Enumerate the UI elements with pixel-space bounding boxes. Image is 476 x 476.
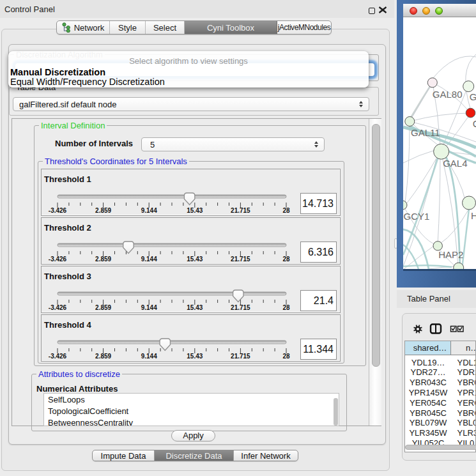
svg-text:15.43: 15.43 [187, 207, 203, 214]
svg-text:9.144: 9.144 [141, 207, 157, 214]
svg-text:-3.426: -3.426 [49, 256, 67, 263]
svg-text:C: C [473, 118, 476, 129]
svg-text:HAP2: HAP2 [438, 249, 463, 260]
svg-text:-3.426: -3.426 [49, 207, 67, 214]
svg-text:GAL80: GAL80 [433, 89, 463, 100]
svg-text:21.715: 21.715 [231, 353, 250, 360]
svg-text:28: 28 [282, 207, 290, 214]
svg-text:21.715: 21.715 [231, 304, 250, 311]
svg-text:9.144: 9.144 [141, 256, 157, 263]
svg-text:2.859: 2.859 [95, 304, 111, 311]
svg-text:28: 28 [282, 353, 290, 360]
svg-text:2.859: 2.859 [95, 353, 111, 360]
svg-text:21.715: 21.715 [231, 256, 250, 263]
svg-text:-3.426: -3.426 [49, 304, 67, 311]
svg-text:9.144: 9.144 [141, 304, 157, 311]
svg-text:GA: GA [470, 91, 476, 102]
svg-text:21.715: 21.715 [231, 207, 250, 214]
svg-text:GAL11: GAL11 [411, 127, 440, 138]
svg-text:2.859: 2.859 [95, 207, 111, 214]
svg-text:15.43: 15.43 [187, 304, 203, 311]
svg-text:15.43: 15.43 [187, 256, 203, 263]
svg-text:28: 28 [282, 304, 290, 311]
svg-text:28: 28 [282, 256, 290, 263]
svg-text:H: H [471, 210, 476, 221]
svg-text:15.43: 15.43 [187, 353, 203, 360]
svg-text:GCY1: GCY1 [404, 211, 430, 222]
svg-text:9.144: 9.144 [141, 353, 157, 360]
svg-text:2.859: 2.859 [95, 256, 111, 263]
svg-text:GAL4: GAL4 [443, 158, 467, 169]
svg-text:-3.426: -3.426 [49, 353, 67, 360]
